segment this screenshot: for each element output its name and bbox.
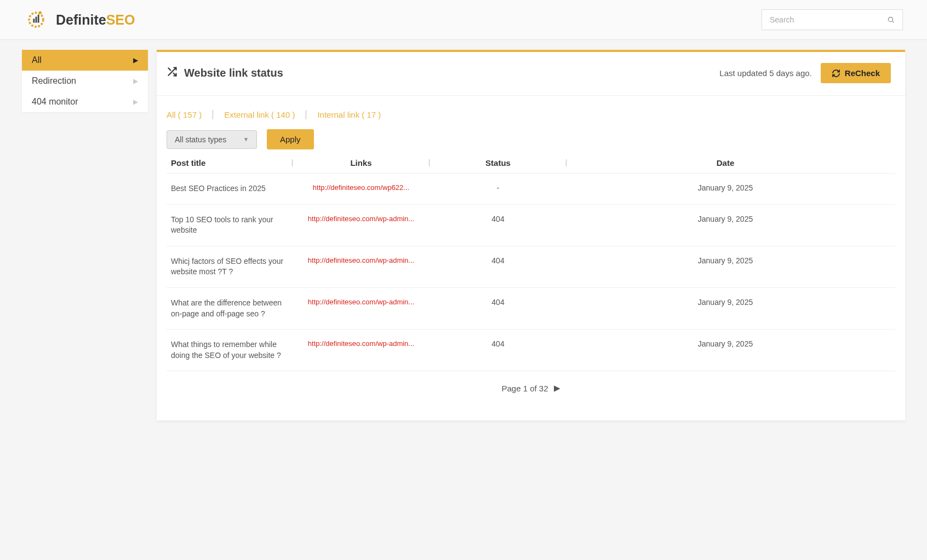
last-updated-text: Last updated 5 days ago. xyxy=(719,68,811,78)
pagination-text: Page 1 of 32 xyxy=(501,384,548,393)
recheck-label: ReCheck xyxy=(845,68,880,78)
brand-name: DefiniteSEO xyxy=(56,12,135,28)
svg-point-5 xyxy=(888,17,892,21)
cell-link[interactable]: http://definiteseo.com/wp-admin... xyxy=(293,256,430,264)
cell-date: January 9, 2025 xyxy=(566,256,895,265)
tab-internal[interactable]: Internal link ( 17 ) xyxy=(306,110,392,119)
chevron-right-icon: ▶ xyxy=(133,77,138,85)
cell-post-title[interactable]: Top 10 SEO tools to rank your website xyxy=(167,215,293,236)
tab-external[interactable]: External link ( 140 ) xyxy=(213,110,306,119)
sidebar-item-404-monitor[interactable]: 404 monitor ▶ xyxy=(22,91,148,112)
brand-logo-icon xyxy=(24,8,48,32)
svg-rect-1 xyxy=(33,19,35,22)
col-header-date: Date xyxy=(566,158,895,168)
cell-date: January 9, 2025 xyxy=(566,339,895,348)
tabs: All ( 157 ) External link ( 140 ) Intern… xyxy=(157,96,905,122)
cell-date: January 9, 2025 xyxy=(566,298,895,307)
link-status-table: Post title Links Status Date Best SEO Pr… xyxy=(157,154,905,371)
col-header-status: Status xyxy=(430,158,566,168)
table-row: Best SEO Practices in 2025 http://defini… xyxy=(167,174,895,205)
pagination-next-icon[interactable]: ▶ xyxy=(554,383,560,393)
svg-rect-2 xyxy=(36,17,37,23)
col-header-title: Post title xyxy=(167,158,293,168)
cell-status: 404 xyxy=(430,256,566,265)
cell-link[interactable]: http://definiteseo.com/wp-admin... xyxy=(293,298,430,306)
search-input[interactable] xyxy=(770,15,887,24)
cell-link[interactable]: http://definiteseo.com/wp-admin... xyxy=(293,339,430,348)
chevron-right-icon: ▶ xyxy=(133,98,138,106)
brand: DefiniteSEO xyxy=(24,8,135,32)
svg-rect-3 xyxy=(38,15,39,23)
cell-date: January 9, 2025 xyxy=(566,215,895,223)
filters: All status types ▼ Apply xyxy=(157,122,905,154)
col-header-links: Links xyxy=(293,158,430,168)
cell-link[interactable]: http://definiteseo.com/wp-admin... xyxy=(293,215,430,223)
status-type-value: All status types xyxy=(175,135,226,144)
apply-button[interactable]: Apply xyxy=(267,129,314,149)
chevron-right-icon: ▶ xyxy=(133,56,138,64)
search-box[interactable] xyxy=(762,9,903,30)
svg-line-6 xyxy=(892,21,894,22)
svg-point-4 xyxy=(39,11,42,14)
cell-link[interactable]: http://definiteseo.com/wp622... xyxy=(293,183,430,192)
sidebar-item-label: 404 monitor xyxy=(32,97,78,107)
search-icon xyxy=(887,16,895,24)
page-title: Website link status xyxy=(184,67,283,79)
table-row: Top 10 SEO tools to rank your website ht… xyxy=(167,205,895,246)
tab-all[interactable]: All ( 157 ) xyxy=(167,110,213,119)
cell-status: 404 xyxy=(430,215,566,223)
table-header: Post title Links Status Date xyxy=(167,154,895,174)
cell-post-title[interactable]: What things to remember while doing the … xyxy=(167,339,293,361)
sidebar-item-redirection[interactable]: Redirection ▶ xyxy=(22,71,148,91)
sidebar-item-label: All xyxy=(32,55,42,65)
refresh-icon xyxy=(832,69,840,78)
app-header: DefiniteSEO xyxy=(0,0,927,40)
panel-header: Website link status Last updated 5 days … xyxy=(157,52,905,96)
sidebar-item-all[interactable]: All ▶ xyxy=(22,50,148,71)
cell-status: 404 xyxy=(430,298,566,307)
svg-line-9 xyxy=(168,68,170,70)
sidebar-item-label: Redirection xyxy=(32,76,76,86)
cell-post-title[interactable]: Whicj factors of SEO effects your websit… xyxy=(167,256,293,278)
main-panel: Website link status Last updated 5 days … xyxy=(157,50,905,420)
pagination: Page 1 of 32 ▶ xyxy=(157,371,905,420)
cell-date: January 9, 2025 xyxy=(566,183,895,192)
cell-status: - xyxy=(430,183,566,192)
status-type-select[interactable]: All status types ▼ xyxy=(167,130,257,149)
table-row: Whicj factors of SEO effects your websit… xyxy=(167,246,895,288)
cell-post-title[interactable]: What are the difference between on-page … xyxy=(167,298,293,319)
table-row: What things to remember while doing the … xyxy=(167,330,895,371)
shuffle-icon xyxy=(167,66,178,80)
table-row: What are the difference between on-page … xyxy=(167,288,895,330)
caret-down-icon: ▼ xyxy=(243,136,249,142)
sidebar: All ▶ Redirection ▶ 404 monitor ▶ xyxy=(22,50,148,112)
recheck-button[interactable]: ReCheck xyxy=(821,63,891,83)
cell-post-title[interactable]: Best SEO Practices in 2025 xyxy=(167,183,293,194)
cell-status: 404 xyxy=(430,339,566,348)
